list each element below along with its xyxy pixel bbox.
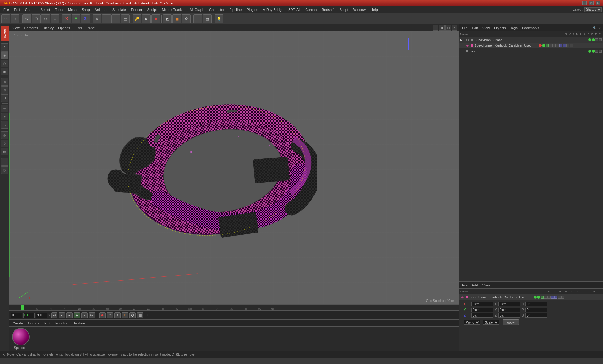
vp-icon-expand[interactable]: ↔ xyxy=(433,25,438,31)
h-input[interactable] xyxy=(525,302,547,306)
axis-y-button[interactable]: Y xyxy=(72,14,80,23)
key-sel-button[interactable]: P xyxy=(122,312,128,318)
scale-select[interactable]: Scale xyxy=(483,320,499,325)
attr-toggle-v[interactable] xyxy=(537,296,540,299)
sidebar-brush[interactable]: ☽ xyxy=(1,140,8,147)
menu-corona[interactable]: Corona xyxy=(303,7,319,12)
skip-to-start-button[interactable]: ⏮ xyxy=(51,312,57,318)
sky-tag2[interactable] xyxy=(599,50,602,53)
sidebar-pencil[interactable]: ✏ xyxy=(1,105,8,112)
skip-to-end-button[interactable]: ⏭ xyxy=(89,312,95,318)
anim-button[interactable]: ▶ xyxy=(142,14,151,23)
sidebar-poly-select[interactable]: ◉ xyxy=(1,68,8,75)
keyframe-button[interactable]: 🔑 xyxy=(133,14,141,23)
object-row-sky[interactable]: ○ Sky xyxy=(459,48,603,54)
toggle-v[interactable] xyxy=(592,38,595,41)
transform-button[interactable]: ⊕ xyxy=(51,14,59,23)
vp-icon-split[interactable]: ▢ xyxy=(445,25,451,31)
carabiner-tag5[interactable] xyxy=(559,44,562,47)
menu-help[interactable]: Help xyxy=(368,7,380,12)
b-input[interactable] xyxy=(525,313,547,318)
point-mode-button[interactable]: · xyxy=(102,14,111,23)
sidebar-material[interactable]: ◎ xyxy=(1,131,8,139)
render-button[interactable]: ▣ xyxy=(172,14,181,23)
toggle-tag1[interactable] xyxy=(595,38,598,41)
menu-character[interactable]: Character xyxy=(207,7,226,12)
menu-select[interactable]: Select xyxy=(38,7,52,12)
menu-animate[interactable]: Animate xyxy=(93,7,110,12)
autokey-button[interactable]: ? xyxy=(107,312,113,318)
power-button[interactable]: ⏻ xyxy=(129,312,136,318)
toggle-s[interactable] xyxy=(588,38,591,41)
toggle-tag2[interactable] xyxy=(599,38,602,41)
edge-mode-button[interactable]: ⋯ xyxy=(111,14,120,23)
redo-button[interactable]: ↪ xyxy=(11,14,19,23)
menu-motion-tracker[interactable]: Motion Tracker xyxy=(160,7,187,12)
attr-tag3[interactable] xyxy=(547,296,551,299)
undo-button[interactable]: ↩ xyxy=(1,14,10,23)
om-menu-tags[interactable]: Tags xyxy=(508,25,519,30)
play-forward-button[interactable]: ▶ xyxy=(74,312,80,318)
material-slot[interactable]: Speedn... xyxy=(12,328,30,350)
render-settings-button[interactable]: ⚙ xyxy=(182,14,191,23)
attr-object-row[interactable]: ⊕ Speedrunner_Kanhook_Carabiner_Used xyxy=(459,294,603,300)
current-frame-display[interactable] xyxy=(23,313,35,318)
sidebar-move[interactable]: ⊕ xyxy=(1,78,8,86)
timeline-ruler[interactable]: 0 5 10 15 20 25 30 35 40 45 50 55 60 65 … xyxy=(9,304,459,311)
object-row-subdivision[interactable]: ▶ ⬡ Subdivision Surface xyxy=(459,37,603,43)
scale-tool-button[interactable]: ⬡ xyxy=(32,14,41,23)
carabiner-tag8[interactable] xyxy=(570,44,573,47)
menu-script[interactable]: Script xyxy=(337,7,350,12)
vp-menu-panel[interactable]: Panel xyxy=(85,25,97,30)
snap-button[interactable]: ⊞ xyxy=(193,14,202,23)
sidebar-extrude[interactable]: S xyxy=(1,121,8,129)
close-button[interactable]: ✕ xyxy=(596,1,600,5)
render-view-button[interactable]: ◩ xyxy=(163,14,172,23)
menu-mograph[interactable]: MoGraph xyxy=(187,7,206,12)
minimize-button[interactable]: ─ xyxy=(582,1,587,5)
om-menu-file[interactable]: File xyxy=(460,25,470,30)
attr-menu-edit[interactable]: Edit xyxy=(470,283,480,288)
vp-icon-fullscreen[interactable]: ▣ xyxy=(439,25,445,31)
menu-pipeline[interactable]: Pipeline xyxy=(227,7,244,12)
menu-render[interactable]: Render xyxy=(129,7,144,12)
menu-plugins[interactable]: Plugins xyxy=(244,7,260,12)
record-button[interactable]: ⏺ xyxy=(151,14,160,23)
attr-tag5[interactable] xyxy=(554,296,557,299)
object-mode-button[interactable]: ◈ xyxy=(93,14,101,23)
y-pos-input[interactable] xyxy=(471,308,493,312)
mat-menu-create[interactable]: Create xyxy=(11,321,25,326)
move-tool-button[interactable]: ↖ xyxy=(22,14,31,23)
maximize-button[interactable]: □ xyxy=(589,1,594,5)
om-search-icon[interactable]: 🔍 xyxy=(592,26,597,30)
sidebar-grid[interactable]: ▤ xyxy=(1,148,8,155)
sky-toggle-v[interactable] xyxy=(592,50,595,53)
y-size-input[interactable] xyxy=(498,308,520,312)
menu-redshift[interactable]: Redshift xyxy=(319,7,336,12)
sidebar-rotate[interactable]: ↺ xyxy=(1,94,8,102)
menu-create[interactable]: Create xyxy=(23,7,38,12)
vp-menu-cameras[interactable]: Cameras xyxy=(23,25,40,30)
axis-x-button[interactable]: X xyxy=(62,14,71,23)
mat-menu-texture[interactable]: Texture xyxy=(72,321,87,326)
material-sphere[interactable] xyxy=(12,328,30,345)
expand-icon[interactable]: ▶ xyxy=(460,38,464,42)
record-button[interactable]: ⏺ xyxy=(99,312,106,318)
fps-display[interactable] xyxy=(36,313,47,318)
viewport-3d[interactable]: Perspective xyxy=(9,31,459,304)
vp-menu-display[interactable]: Display xyxy=(41,25,55,30)
step-forward-button[interactable]: ⏵ xyxy=(81,312,88,318)
attr-tag7[interactable] xyxy=(561,296,564,299)
attr-tag1[interactable] xyxy=(541,296,544,299)
attr-tag2[interactable] xyxy=(544,296,547,299)
om-menu-bookmarks[interactable]: Bookmarks xyxy=(520,25,541,30)
x-pos-input[interactable] xyxy=(471,302,493,306)
om-menu-view[interactable]: View xyxy=(481,25,492,30)
carabiner-toggle-s[interactable] xyxy=(539,44,542,47)
sky-toggle-s[interactable] xyxy=(588,50,591,53)
menu-vray[interactable]: V-Ray Bridge xyxy=(261,7,286,12)
sidebar-dots[interactable]: ⋮ xyxy=(1,158,8,166)
carabiner-tag7[interactable] xyxy=(566,44,569,47)
sidebar-live-select[interactable]: ◈ xyxy=(1,51,8,59)
start-frame-input[interactable] xyxy=(11,313,22,318)
